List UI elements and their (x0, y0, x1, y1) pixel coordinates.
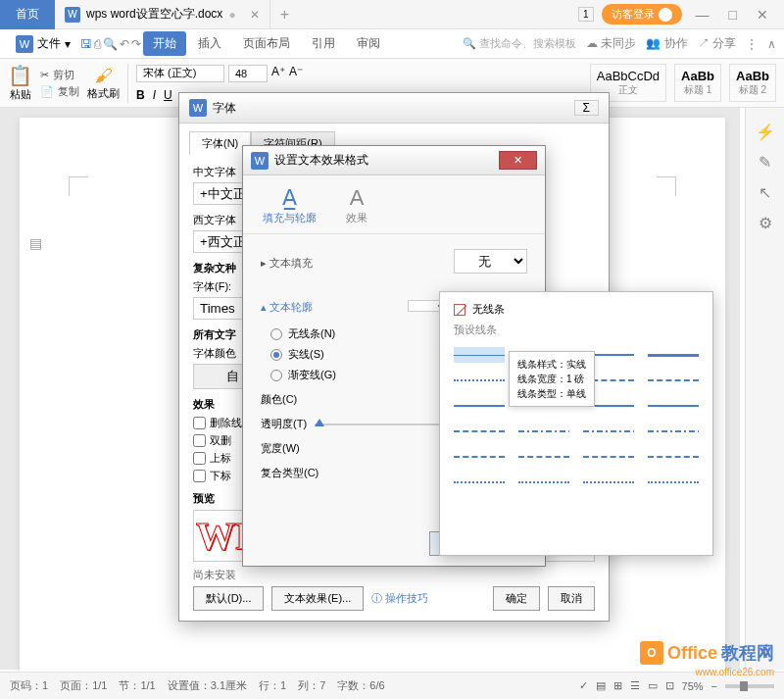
font-cancel-button[interactable]: 取消 (548, 586, 595, 611)
text-effect-button[interactable]: 文本效果(E)... (271, 586, 364, 611)
tips-link[interactable]: ⓘ 操作技巧 (371, 591, 428, 606)
file-menu[interactable]: W 文件 ▾ (8, 31, 78, 57)
increase-font-icon[interactable]: A⁺ (271, 65, 285, 82)
fill-select[interactable]: 无 (454, 249, 527, 274)
line-option[interactable] (648, 373, 699, 388)
format-brush-button[interactable]: 🖌 格式刷 (87, 66, 120, 101)
effect-dialog-title[interactable]: W 设置文本效果格式 ✕ (243, 146, 545, 175)
zoom-value[interactable]: 75% (682, 680, 704, 692)
status-chars[interactable]: 字数：6/6 (337, 678, 384, 693)
maximize-button[interactable]: □ (723, 7, 743, 23)
add-tab-button[interactable]: + (270, 6, 299, 24)
tab-reference[interactable]: 引用 (302, 31, 345, 56)
sigma-button[interactable]: Σ (574, 100, 599, 116)
line-option[interactable] (648, 347, 699, 363)
copy-button[interactable]: 📄 复制 (40, 84, 79, 99)
close-tab-icon[interactable]: ✕ (250, 8, 260, 22)
sidebar-pen-icon[interactable]: ✎ (759, 153, 771, 172)
menubar: W 文件 ▾ 🖫 ⎙ 🔍 ↶ ↷ 开始 插入 页面布局 引用 审阅 🔍 查找命令… (0, 29, 784, 59)
line-option[interactable] (454, 449, 505, 465)
text-outline-header[interactable]: ▴ 文本轮廓 (261, 300, 313, 315)
default-button[interactable]: 默认(D)... (193, 586, 264, 611)
superscript-checkbox[interactable] (193, 452, 206, 465)
font-selector[interactable] (136, 65, 224, 82)
cut-button[interactable]: ✂ 剪切 (40, 68, 79, 82)
line-option[interactable] (583, 474, 634, 490)
login-button[interactable]: 访客登录 (602, 4, 682, 25)
close-window-button[interactable]: ✕ (751, 7, 774, 23)
redo-icon[interactable]: ↷ (131, 37, 141, 51)
print-icon[interactable]: ⎙ (94, 37, 101, 51)
tab-layout[interactable]: 页面布局 (233, 31, 300, 56)
view-print-icon[interactable]: ▤ (596, 679, 606, 692)
line-option[interactable] (518, 449, 569, 465)
bold-button[interactable]: B (136, 88, 145, 102)
minimize-button[interactable]: — (690, 7, 715, 23)
line-option[interactable] (518, 424, 569, 439)
line-option[interactable] (454, 373, 505, 388)
font-ok-button[interactable]: 确定 (493, 586, 540, 611)
view-web-icon[interactable]: ⊞ (613, 679, 622, 692)
menu-more-icon[interactable]: ⋮ (746, 37, 758, 51)
status-line: 行：1 (259, 678, 286, 693)
right-sidebar: ⚡ ✎ ↖ ⚙ ⟨ (745, 108, 784, 670)
underline-button[interactable]: U (164, 88, 172, 102)
decrease-font-icon[interactable]: A⁻ (289, 65, 303, 82)
undo-icon[interactable]: ↶ (120, 37, 129, 51)
tab-insert[interactable]: 插入 (188, 31, 231, 56)
sidebar-select-icon[interactable]: ↖ (759, 183, 771, 202)
line-option[interactable] (454, 398, 505, 414)
tab-review[interactable]: 审阅 (347, 31, 390, 56)
zoom-slider[interactable] (725, 684, 774, 688)
line-option[interactable] (454, 424, 505, 439)
share-button[interactable]: ↗ 分享 (698, 35, 736, 52)
home-tab[interactable]: 首页 (0, 0, 55, 29)
sidebar-speed-icon[interactable]: ⚡ (756, 123, 775, 141)
line-option[interactable] (648, 424, 699, 439)
subscript-checkbox[interactable] (193, 470, 206, 482)
view-outline-icon[interactable]: ☰ (630, 679, 640, 692)
effect-close-button[interactable]: ✕ (499, 151, 537, 170)
coop-button[interactable]: 👥 协作 (646, 35, 687, 52)
double-strike-checkbox[interactable] (193, 434, 206, 447)
line-style-popup: 无线条 预设线条 线条样式：实线 线条宽度：1 磅 线条类型：单线 (439, 291, 713, 556)
watermark-icon: O (640, 641, 663, 665)
italic-button[interactable]: I (153, 88, 156, 102)
save-icon[interactable]: 🖫 (80, 37, 92, 51)
status-pages[interactable]: 页面：1/1 (60, 678, 107, 693)
line-option[interactable] (583, 449, 634, 465)
fill-outline-tab[interactable]: A̲ 填充与轮廓 (263, 185, 317, 225)
tab-start[interactable]: 开始 (143, 31, 186, 56)
preview-icon[interactable]: 🔍 (103, 37, 118, 51)
line-option[interactable] (454, 347, 505, 363)
line-option[interactable] (518, 474, 569, 490)
line-option[interactable] (454, 474, 505, 490)
sidebar-settings-icon[interactable]: ⚙ (759, 214, 772, 232)
effects-tab[interactable]: A 效果 (346, 185, 368, 225)
strikethrough-checkbox[interactable] (193, 417, 206, 429)
notification-badge[interactable]: 1 (578, 7, 594, 22)
style-heading1[interactable]: AaBb 标题 1 (674, 64, 721, 102)
width-label: 宽度(W) (261, 441, 300, 456)
size-selector[interactable] (228, 65, 268, 82)
style-heading2[interactable]: AaBb 标题 2 (729, 64, 776, 102)
font-dialog-title[interactable]: W 字体 Σ (179, 93, 609, 124)
spell-check-icon[interactable]: ✓ (579, 679, 588, 692)
line-option[interactable] (648, 449, 699, 465)
dialog-icon: W (189, 99, 207, 117)
zoom-fit-icon[interactable]: ⊡ (665, 679, 674, 692)
view-read-icon[interactable]: ▭ (648, 679, 658, 692)
status-page[interactable]: 页码：1 (10, 678, 48, 693)
line-option[interactable] (583, 424, 634, 439)
line-option[interactable] (648, 398, 699, 414)
avatar-icon (659, 8, 672, 22)
command-search[interactable]: 🔍 查找命令、搜索模板 (463, 36, 576, 51)
zoom-out-button[interactable]: − (711, 680, 717, 692)
collapse-ribbon-icon[interactable]: ∧ (767, 37, 776, 51)
document-tab[interactable]: W wps word设置空心字.docx ● ✕ (55, 0, 270, 29)
no-line-option[interactable]: 无线条 (454, 302, 699, 317)
sync-button[interactable]: ☁ 未同步 (586, 35, 636, 52)
paste-button[interactable]: 📋 粘贴 (8, 64, 32, 102)
text-fill-header[interactable]: ▸ 文本填充 (261, 256, 313, 271)
line-option[interactable] (648, 474, 699, 490)
